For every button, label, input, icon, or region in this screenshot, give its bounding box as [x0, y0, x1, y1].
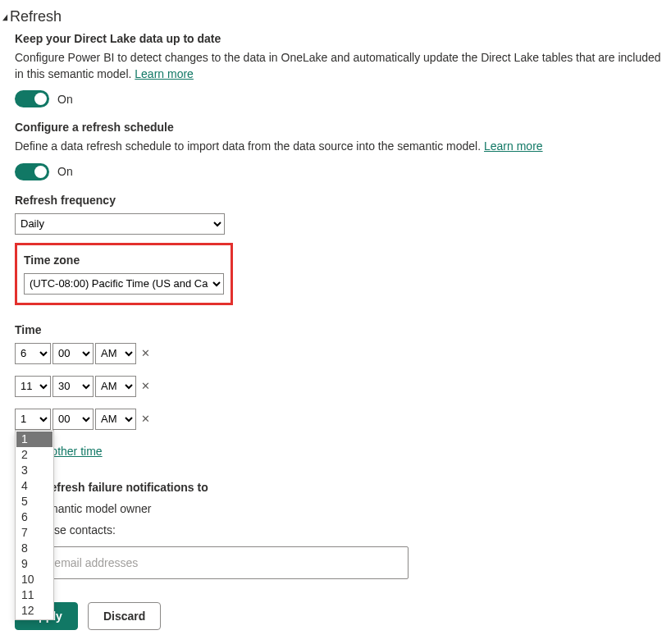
section-title: Refresh — [10, 8, 62, 25]
time-row: 100AM✕123456789101112 — [15, 409, 671, 430]
remove-time-icon[interactable]: ✕ — [141, 347, 150, 359]
timezone-select[interactable]: (UTC-08:00) Pacific Time (US and Can — [24, 273, 224, 295]
hour-dropdown-option[interactable]: 12 — [16, 603, 52, 619]
direct-lake-desc-text: Configure Power BI to detect changes to … — [15, 51, 661, 80]
time-label: Time — [15, 323, 671, 336]
notifications-heading: Send refresh failure notifications to — [15, 481, 671, 494]
schedule-heading: Configure a refresh schedule — [15, 121, 671, 134]
hour-dropdown-option[interactable]: 3 — [16, 463, 52, 478]
schedule-description: Define a data refresh schedule to import… — [15, 139, 671, 155]
ampm-select[interactable]: AM — [95, 409, 136, 430]
timezone-highlight-box: Time zone (UTC-08:00) Pacific Time (US a… — [15, 243, 233, 305]
time-row: 600AM✕ — [15, 343, 671, 364]
schedule-toggle-label: On — [57, 165, 73, 178]
hour-dropdown-option[interactable]: 6 — [16, 509, 52, 525]
direct-lake-toggle-label: On — [57, 93, 73, 106]
hour-dropdown-option[interactable]: 4 — [16, 478, 52, 494]
hour-dropdown-option[interactable]: 9 — [16, 556, 52, 572]
discard-button[interactable]: Discard — [88, 602, 161, 630]
hour-dropdown-option[interactable]: 1 — [16, 432, 52, 447]
expand-caret-icon[interactable]: ◢ — [2, 12, 7, 21]
minute-select[interactable]: 30 — [52, 376, 94, 397]
schedule-learn-more-link[interactable]: Learn more — [484, 139, 543, 153]
hour-select[interactable]: 6 — [15, 343, 51, 364]
hour-dropdown-option[interactable]: 2 — [16, 447, 52, 463]
schedule-desc-text: Define a data refresh schedule to import… — [15, 139, 484, 153]
time-row: 1130AM✕ — [15, 376, 671, 397]
minute-select[interactable]: 00 — [52, 409, 94, 430]
contacts-email-input[interactable] — [15, 546, 409, 579]
hour-select[interactable]: 1 — [15, 409, 51, 430]
frequency-label: Refresh frequency — [15, 194, 671, 207]
direct-lake-toggle[interactable] — [15, 90, 49, 107]
hour-dropdown-list: 123456789101112 — [15, 430, 54, 620]
hour-dropdown-option[interactable]: 11 — [16, 587, 52, 603]
hour-dropdown-option[interactable]: 7 — [16, 525, 52, 541]
direct-lake-learn-more-link[interactable]: Learn more — [135, 67, 194, 80]
ampm-select[interactable]: AM — [95, 343, 136, 364]
ampm-select[interactable]: AM — [95, 376, 136, 397]
hour-dropdown-option[interactable]: 10 — [16, 572, 52, 587]
hour-dropdown-option[interactable]: 5 — [16, 494, 52, 509]
hour-dropdown-option[interactable]: 8 — [16, 541, 52, 556]
schedule-toggle[interactable] — [15, 163, 49, 180]
remove-time-icon[interactable]: ✕ — [141, 380, 150, 392]
timezone-label: Time zone — [24, 253, 224, 267]
remove-time-icon[interactable]: ✕ — [141, 413, 150, 425]
direct-lake-heading: Keep your Direct Lake data up to date — [15, 32, 671, 45]
hour-select[interactable]: 11 — [15, 376, 51, 397]
frequency-select[interactable]: Daily — [15, 213, 225, 235]
minute-select[interactable]: 00 — [52, 343, 94, 364]
direct-lake-description: Configure Power BI to detect changes to … — [15, 50, 671, 82]
